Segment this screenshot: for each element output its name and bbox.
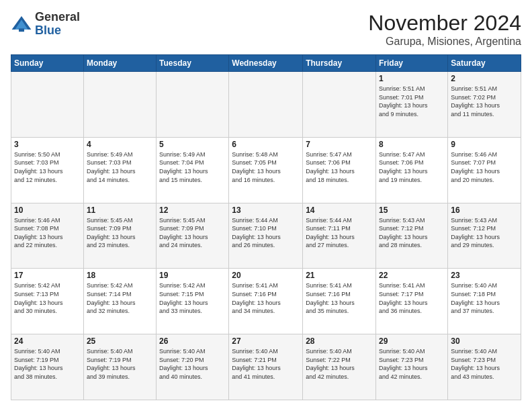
day-number: 23 — [451, 271, 518, 280]
day-number: 29 — [379, 336, 445, 346]
calendar-cell: 24Sunrise: 5:40 AM Sunset: 7:19 PM Dayli… — [11, 334, 84, 400]
day-info: Sunrise: 5:43 AM Sunset: 7:12 PM Dayligh… — [451, 216, 518, 250]
day-info: Sunrise: 5:40 AM Sunset: 7:23 PM Dayligh… — [379, 347, 445, 381]
calendar-cell: 14Sunrise: 5:44 AM Sunset: 7:11 PM Dayli… — [303, 203, 376, 269]
logo-general-text: General — [35, 11, 80, 24]
weekday-header-monday: Monday — [83, 55, 156, 72]
day-info: Sunrise: 5:46 AM Sunset: 7:08 PM Dayligh… — [14, 216, 81, 250]
calendar-cell — [229, 72, 303, 138]
weekday-header-wednesday: Wednesday — [229, 55, 303, 72]
calendar-cell: 30Sunrise: 5:40 AM Sunset: 7:23 PM Dayli… — [448, 334, 521, 400]
calendar-body: 1Sunrise: 5:51 AM Sunset: 7:01 PM Daylig… — [11, 72, 521, 400]
calendar-cell: 25Sunrise: 5:40 AM Sunset: 7:19 PM Dayli… — [83, 334, 156, 400]
day-number: 9 — [451, 140, 518, 149]
day-info: Sunrise: 5:42 AM Sunset: 7:15 PM Dayligh… — [159, 281, 226, 315]
day-number: 24 — [14, 336, 81, 346]
weekday-header-sunday: Sunday — [11, 55, 84, 72]
calendar-cell: 6Sunrise: 5:48 AM Sunset: 7:05 PM Daylig… — [229, 137, 303, 203]
calendar-cell: 7Sunrise: 5:47 AM Sunset: 7:06 PM Daylig… — [303, 137, 376, 203]
svg-rect-2 — [19, 28, 24, 32]
calendar-cell: 19Sunrise: 5:42 AM Sunset: 7:15 PM Dayli… — [157, 269, 229, 334]
calendar-cell — [157, 72, 229, 138]
day-info: Sunrise: 5:41 AM Sunset: 7:16 PM Dayligh… — [306, 281, 373, 315]
subtitle: Garupa, Misiones, Argentina — [368, 36, 521, 48]
calendar-cell: 9Sunrise: 5:46 AM Sunset: 7:07 PM Daylig… — [448, 137, 521, 203]
day-number: 11 — [87, 205, 153, 215]
day-number: 12 — [159, 205, 226, 215]
day-info: Sunrise: 5:44 AM Sunset: 7:10 PM Dayligh… — [232, 216, 300, 250]
calendar-cell: 8Sunrise: 5:47 AM Sunset: 7:06 PM Daylig… — [376, 137, 448, 203]
day-number: 17 — [14, 271, 81, 280]
calendar-cell — [11, 72, 84, 138]
calendar-cell: 28Sunrise: 5:40 AM Sunset: 7:22 PM Dayli… — [303, 334, 376, 400]
week-row-3: 17Sunrise: 5:42 AM Sunset: 7:13 PM Dayli… — [11, 269, 521, 334]
day-number: 27 — [232, 336, 300, 346]
calendar-header: SundayMondayTuesdayWednesdayThursdayFrid… — [11, 55, 521, 72]
calendar-cell: 13Sunrise: 5:44 AM Sunset: 7:10 PM Dayli… — [229, 203, 303, 269]
calendar-cell: 4Sunrise: 5:49 AM Sunset: 7:03 PM Daylig… — [83, 137, 156, 203]
header: General Blue November 2024 Garupa, Misio… — [11, 11, 521, 48]
calendar-table: SundayMondayTuesdayWednesdayThursdayFrid… — [11, 54, 521, 400]
day-info: Sunrise: 5:40 AM Sunset: 7:21 PM Dayligh… — [232, 347, 300, 381]
day-info: Sunrise: 5:46 AM Sunset: 7:07 PM Dayligh… — [451, 150, 518, 184]
week-row-1: 3Sunrise: 5:50 AM Sunset: 7:03 PM Daylig… — [11, 137, 521, 203]
day-number: 7 — [306, 140, 373, 149]
day-number: 20 — [232, 271, 300, 280]
day-info: Sunrise: 5:48 AM Sunset: 7:05 PM Dayligh… — [232, 150, 300, 184]
calendar-cell: 11Sunrise: 5:45 AM Sunset: 7:09 PM Dayli… — [83, 203, 156, 269]
day-number: 6 — [232, 140, 300, 149]
day-number: 4 — [87, 140, 153, 149]
calendar-cell: 18Sunrise: 5:42 AM Sunset: 7:14 PM Dayli… — [83, 269, 156, 334]
day-number: 21 — [306, 271, 373, 280]
day-number: 2 — [451, 74, 518, 83]
day-number: 22 — [379, 271, 445, 280]
calendar-cell: 10Sunrise: 5:46 AM Sunset: 7:08 PM Dayli… — [11, 203, 84, 269]
logo-icon — [11, 13, 32, 35]
calendar-cell: 23Sunrise: 5:40 AM Sunset: 7:18 PM Dayli… — [448, 269, 521, 334]
day-number: 8 — [379, 140, 445, 149]
week-row-2: 10Sunrise: 5:46 AM Sunset: 7:08 PM Dayli… — [11, 203, 521, 269]
calendar-cell: 26Sunrise: 5:40 AM Sunset: 7:20 PM Dayli… — [157, 334, 229, 400]
week-row-4: 24Sunrise: 5:40 AM Sunset: 7:19 PM Dayli… — [11, 334, 521, 400]
day-info: Sunrise: 5:49 AM Sunset: 7:03 PM Dayligh… — [87, 150, 153, 184]
day-info: Sunrise: 5:40 AM Sunset: 7:19 PM Dayligh… — [87, 347, 153, 381]
day-number: 28 — [306, 336, 373, 346]
logo: General Blue — [11, 11, 80, 38]
calendar-cell: 17Sunrise: 5:42 AM Sunset: 7:13 PM Dayli… — [11, 269, 84, 334]
calendar-cell: 2Sunrise: 5:51 AM Sunset: 7:02 PM Daylig… — [448, 72, 521, 138]
calendar-cell: 15Sunrise: 5:43 AM Sunset: 7:12 PM Dayli… — [376, 203, 448, 269]
calendar-cell: 3Sunrise: 5:50 AM Sunset: 7:03 PM Daylig… — [11, 137, 84, 203]
day-info: Sunrise: 5:40 AM Sunset: 7:20 PM Dayligh… — [159, 347, 226, 381]
day-info: Sunrise: 5:51 AM Sunset: 7:01 PM Dayligh… — [379, 85, 445, 118]
day-info: Sunrise: 5:40 AM Sunset: 7:19 PM Dayligh… — [14, 347, 81, 381]
day-number: 16 — [451, 205, 518, 215]
weekday-header-tuesday: Tuesday — [157, 55, 229, 72]
calendar-cell: 29Sunrise: 5:40 AM Sunset: 7:23 PM Dayli… — [376, 334, 448, 400]
week-row-0: 1Sunrise: 5:51 AM Sunset: 7:01 PM Daylig… — [11, 72, 521, 138]
calendar-cell: 27Sunrise: 5:40 AM Sunset: 7:21 PM Dayli… — [229, 334, 303, 400]
calendar-cell: 16Sunrise: 5:43 AM Sunset: 7:12 PM Dayli… — [448, 203, 521, 269]
day-number: 1 — [379, 74, 445, 83]
weekday-header-saturday: Saturday — [448, 55, 521, 72]
day-number: 3 — [14, 140, 81, 149]
day-info: Sunrise: 5:47 AM Sunset: 7:06 PM Dayligh… — [306, 150, 373, 184]
day-info: Sunrise: 5:42 AM Sunset: 7:13 PM Dayligh… — [14, 281, 81, 315]
day-info: Sunrise: 5:51 AM Sunset: 7:02 PM Dayligh… — [451, 85, 518, 118]
day-number: 25 — [87, 336, 153, 346]
day-number: 18 — [87, 271, 153, 280]
day-info: Sunrise: 5:41 AM Sunset: 7:17 PM Dayligh… — [379, 281, 445, 315]
day-number: 14 — [306, 205, 373, 215]
day-info: Sunrise: 5:47 AM Sunset: 7:06 PM Dayligh… — [379, 150, 445, 184]
title-block: November 2024 Garupa, Misiones, Argentin… — [368, 11, 521, 48]
day-number: 13 — [232, 205, 300, 215]
day-number: 30 — [451, 336, 518, 346]
day-info: Sunrise: 5:49 AM Sunset: 7:04 PM Dayligh… — [159, 150, 226, 184]
logo-blue-text: Blue — [35, 24, 80, 38]
main-title: November 2024 — [368, 11, 521, 36]
day-info: Sunrise: 5:42 AM Sunset: 7:14 PM Dayligh… — [87, 281, 153, 315]
day-number: 26 — [159, 336, 226, 346]
calendar-cell — [303, 72, 376, 138]
day-info: Sunrise: 5:41 AM Sunset: 7:16 PM Dayligh… — [232, 281, 300, 315]
calendar-cell: 20Sunrise: 5:41 AM Sunset: 7:16 PM Dayli… — [229, 269, 303, 334]
page: General Blue November 2024 Garupa, Misio… — [0, 0, 532, 411]
